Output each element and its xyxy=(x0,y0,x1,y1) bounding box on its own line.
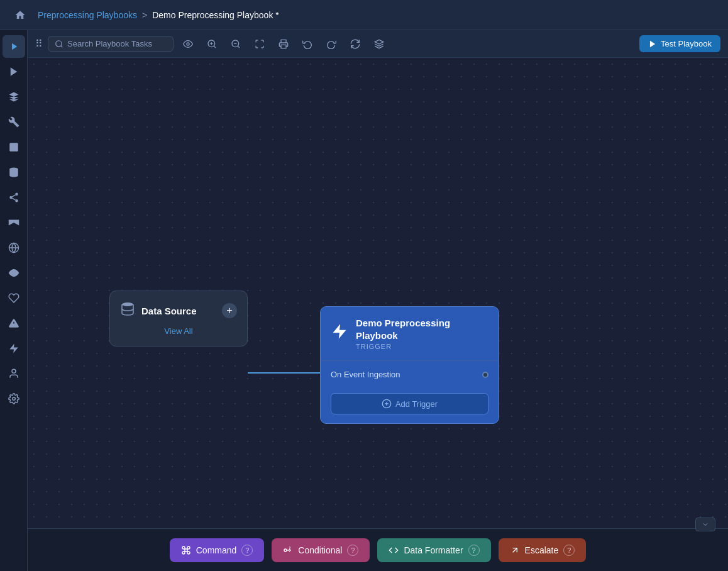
trigger-node[interactable]: Demo Preprocessing Playbook TRIGGER On E… xyxy=(320,306,499,424)
print-btn[interactable] xyxy=(274,35,293,53)
command-label: Command xyxy=(196,545,237,555)
svg-point-14 xyxy=(12,369,16,373)
arrow-connector xyxy=(248,369,329,377)
zoom-in-btn[interactable] xyxy=(202,35,221,53)
visibility-btn[interactable] xyxy=(179,35,197,53)
dataformatter-button[interactable]: Data Formatter ? xyxy=(377,538,490,562)
svg-line-35 xyxy=(512,548,517,552)
trigger-event-row: On Event Ingestion xyxy=(331,367,488,382)
collapse-button[interactable] xyxy=(695,518,715,531)
sidebar-item-broadcast[interactable] xyxy=(3,211,25,234)
datasource-icon xyxy=(120,301,135,320)
svg-line-17 xyxy=(61,45,63,47)
sidebar-item-lightning[interactable] xyxy=(3,337,25,360)
svg-point-34 xyxy=(284,549,287,552)
bottom-toolbar: Command ? Conditional ? Data Formatter ?… xyxy=(28,528,728,571)
breadcrumb-link[interactable]: Preprocessing Playbooks xyxy=(38,10,137,20)
svg-point-16 xyxy=(56,40,62,46)
sidebar-item-data[interactable] xyxy=(3,161,25,184)
toolbar: ⠿ xyxy=(28,30,728,58)
command-help-icon[interactable]: ? xyxy=(241,545,253,556)
search-input[interactable] xyxy=(67,39,162,48)
trigger-info: Demo Preprocessing Playbook TRIGGER xyxy=(356,317,488,350)
sidebar-item-playbooks[interactable] xyxy=(3,35,25,58)
trigger-events: On Event Ingestion xyxy=(321,360,499,388)
command-icon xyxy=(181,545,191,555)
home-icon[interactable] xyxy=(10,5,30,25)
breadcrumb-separator: > xyxy=(142,10,147,20)
svg-point-3 xyxy=(15,193,18,196)
dataformatter-icon xyxy=(389,545,399,555)
grip-icon: ⠿ xyxy=(35,38,43,50)
svg-marker-27 xyxy=(375,40,383,44)
svg-rect-26 xyxy=(281,45,286,48)
search-box[interactable] xyxy=(48,36,174,52)
breadcrumb-current: Demo Preprocessing Playbook * xyxy=(152,10,279,20)
svg-point-4 xyxy=(9,196,13,199)
redo-btn[interactable] xyxy=(322,35,341,53)
sidebar-item-cases[interactable] xyxy=(3,136,25,158)
sidebar-item-handshake[interactable] xyxy=(3,287,25,309)
add-trigger-label: Add Trigger xyxy=(395,399,438,409)
svg-marker-0 xyxy=(10,67,17,76)
svg-rect-1 xyxy=(9,143,18,152)
svg-point-29 xyxy=(122,302,133,306)
svg-point-15 xyxy=(12,397,15,401)
escalate-help-icon[interactable]: ? xyxy=(563,545,575,556)
sidebar xyxy=(0,30,28,571)
sidebar-item-tools[interactable] xyxy=(3,111,25,133)
trigger-event-dot xyxy=(482,372,488,378)
trigger-title: Demo Preprocessing Playbook xyxy=(356,317,488,341)
svg-line-6 xyxy=(12,198,15,200)
sidebar-item-network[interactable] xyxy=(3,186,25,209)
layers-btn[interactable] xyxy=(370,35,389,53)
canvas-area: ⠿ xyxy=(28,30,728,571)
trigger-header: Demo Preprocessing Playbook TRIGGER xyxy=(321,307,499,360)
add-trigger-icon xyxy=(382,399,392,409)
dataformatter-help-icon[interactable]: ? xyxy=(468,545,480,556)
conditional-label: Conditional xyxy=(298,545,342,555)
escalate-label: Escalate xyxy=(525,545,559,555)
trigger-event-label: On Event Ingestion xyxy=(331,370,400,379)
test-playbook-button[interactable]: Test Playbook xyxy=(639,35,720,52)
svg-point-5 xyxy=(15,199,18,202)
undo-btn[interactable] xyxy=(298,35,317,53)
datasource-title: Data Source xyxy=(141,306,216,316)
top-header: Preprocessing Playbooks > Demo Preproces… xyxy=(0,0,728,30)
sidebar-item-integrations[interactable] xyxy=(3,86,25,108)
sidebar-item-observe[interactable] xyxy=(3,262,25,284)
sidebar-item-alerts[interactable] xyxy=(3,312,25,335)
svg-line-24 xyxy=(238,46,240,48)
conditional-icon xyxy=(283,545,293,555)
command-button[interactable]: Command ? xyxy=(170,538,265,562)
trigger-type-label: TRIGGER xyxy=(356,343,488,350)
sidebar-item-gear[interactable] xyxy=(3,387,25,410)
escalate-button[interactable]: Escalate ? xyxy=(499,538,587,562)
svg-marker-28 xyxy=(650,40,655,47)
add-trigger-button[interactable]: Add Trigger xyxy=(331,393,488,414)
main-layout: ⠿ xyxy=(0,30,728,571)
svg-marker-30 xyxy=(333,324,346,338)
sidebar-item-run[interactable] xyxy=(3,60,25,83)
svg-marker-13 xyxy=(9,344,18,353)
svg-point-10 xyxy=(12,272,15,275)
svg-line-7 xyxy=(12,195,15,197)
zoom-out-btn[interactable] xyxy=(226,35,245,53)
datasource-view-all[interactable]: View All xyxy=(120,326,237,336)
search-icon xyxy=(55,40,63,48)
arrow-line xyxy=(248,372,323,374)
sidebar-item-globe[interactable] xyxy=(3,236,25,259)
sidebar-item-user[interactable] xyxy=(3,362,25,385)
fit-screen-btn[interactable] xyxy=(250,35,269,53)
datasource-add-button[interactable]: + xyxy=(222,303,237,318)
escalate-icon xyxy=(510,545,520,555)
canvas[interactable]: Data Source + View All xyxy=(28,58,728,528)
breadcrumb: Preprocessing Playbooks > Demo Preproces… xyxy=(38,10,279,20)
datasource-node[interactable]: Data Source + View All xyxy=(109,291,248,346)
dataformatter-label: Data Formatter xyxy=(404,545,463,555)
refresh-btn[interactable] xyxy=(346,35,365,53)
trigger-lightning-icon xyxy=(331,323,348,345)
conditional-help-icon[interactable]: ? xyxy=(347,545,358,556)
conditional-button[interactable]: Conditional ? xyxy=(272,538,370,562)
svg-line-20 xyxy=(214,46,216,48)
